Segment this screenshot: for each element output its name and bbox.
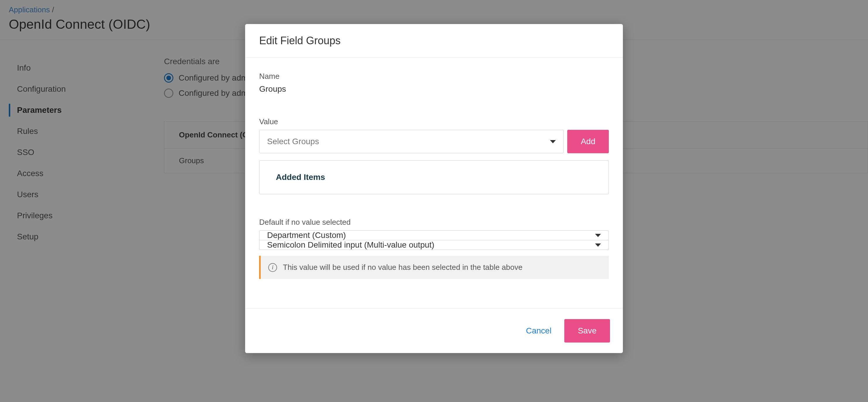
info-icon: i	[268, 263, 277, 272]
added-items-label: Added Items	[276, 173, 325, 182]
name-label: Name	[259, 72, 609, 81]
chevron-down-icon	[550, 140, 556, 143]
edit-field-groups-modal: Edit Field Groups Name Groups Value Sele…	[245, 24, 623, 353]
modal-title: Edit Field Groups	[259, 35, 609, 47]
cancel-button[interactable]: Cancel	[526, 326, 552, 336]
value-select-placeholder: Select Groups	[267, 137, 319, 146]
default-select-2-value: Semicolon Delimited input (Multi-value o…	[267, 240, 434, 250]
info-text: This value will be used if no value has …	[283, 263, 522, 272]
info-banner: i This value will be used if no value ha…	[259, 256, 609, 279]
modal-footer: Cancel Save	[245, 308, 623, 353]
chevron-down-icon	[595, 243, 601, 247]
added-items-box: Added Items	[259, 160, 609, 194]
value-label: Value	[259, 117, 609, 126]
default-select-2[interactable]: Semicolon Delimited input (Multi-value o…	[259, 240, 609, 250]
default-label: Default if no value selected	[259, 218, 609, 227]
default-select-1-value: Department (Custom)	[267, 231, 346, 240]
name-value: Groups	[259, 84, 609, 94]
value-select[interactable]: Select Groups	[259, 130, 564, 153]
modal-header: Edit Field Groups	[245, 24, 623, 58]
default-select-1[interactable]: Department (Custom)	[259, 230, 609, 240]
save-button[interactable]: Save	[564, 319, 610, 343]
chevron-down-icon	[595, 234, 601, 237]
add-button[interactable]: Add	[567, 130, 609, 153]
modal-body: Name Groups Value Select Groups Add Adde…	[245, 58, 623, 308]
